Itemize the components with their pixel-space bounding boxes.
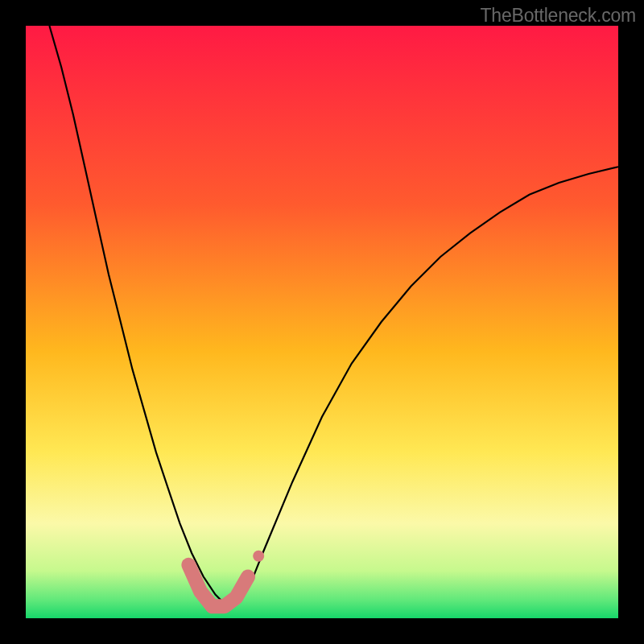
plot-area	[26, 26, 618, 618]
bottleneck-chart	[26, 26, 618, 618]
svg-point-0	[253, 551, 264, 562]
watermark-text: TheBottleneck.com	[481, 5, 636, 27]
gradient-background	[26, 26, 618, 618]
chart-frame: TheBottleneck.com	[0, 0, 644, 644]
